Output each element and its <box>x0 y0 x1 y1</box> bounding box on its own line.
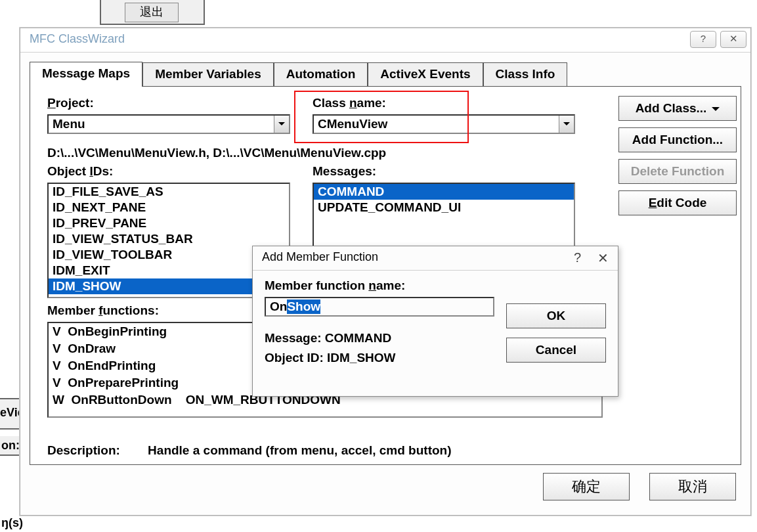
dialog-help-button[interactable]: ? <box>690 31 716 48</box>
description-value: Handle a command (from menu, accel, cmd … <box>148 443 451 457</box>
tab-automation[interactable]: Automation <box>274 62 368 87</box>
modal-cancel-button[interactable]: Cancel <box>506 338 606 363</box>
tab-class-info[interactable]: Class Info <box>483 62 568 87</box>
tab-activex-events[interactable]: ActiveX Events <box>368 62 483 87</box>
dialog-cancel-button[interactable]: 取消 <box>649 473 736 500</box>
modal-ok-button[interactable]: OK <box>506 303 606 328</box>
bg-exit-button[interactable]: 退出 <box>125 3 179 22</box>
add-function-button[interactable]: Add Function... <box>618 127 737 152</box>
project-combo[interactable]: Menu <box>47 114 290 134</box>
add-member-function-dialog: Add Member Function ? ✕ Member function … <box>252 246 618 397</box>
project-label: roject: <box>56 96 94 110</box>
tab-message-maps[interactable]: Message Maps <box>30 62 142 87</box>
modal-help-button[interactable]: ? <box>574 250 581 265</box>
tab-strip: Message Maps Member Variables Automation… <box>30 61 741 86</box>
edit-code-button[interactable]: Edit Code <box>618 190 737 215</box>
member-function-name-input[interactable]: OnShow <box>265 297 494 317</box>
bg-frag-ns: ŋ(s) <box>1 516 23 530</box>
chevron-down-icon[interactable] <box>559 116 574 133</box>
list-item[interactable]: ID_NEXT_PANE <box>49 200 289 215</box>
list-item[interactable]: ID_VIEW_STATUS_BAR <box>49 231 289 247</box>
dialog-close-button[interactable]: ✕ <box>720 31 746 48</box>
modal-close-button[interactable]: ✕ <box>597 250 609 266</box>
list-item[interactable]: ID_FILE_SAVE_AS <box>49 184 289 200</box>
project-combo-value: Menu <box>49 116 274 133</box>
list-item[interactable]: UPDATE_COMMAND_UI <box>314 200 574 215</box>
dialog-titlebar[interactable]: MFC ClassWizard ? ✕ <box>20 28 750 53</box>
bg-frag-on: on: <box>1 439 20 453</box>
list-item[interactable]: ID_PREV_PANE <box>49 215 289 231</box>
chevron-down-icon[interactable] <box>274 116 289 133</box>
dialog-ok-button[interactable]: 确定 <box>543 473 630 500</box>
add-class-button[interactable]: Add Class... <box>618 96 737 121</box>
chevron-down-icon <box>712 107 720 115</box>
classname-combo-value: CMenuView <box>314 116 559 133</box>
delete-function-button[interactable]: Delete Function <box>618 159 737 184</box>
input-selected: Show <box>287 299 320 314</box>
description-label: Description: <box>47 443 120 457</box>
tab-member-variables[interactable]: Member Variables <box>142 62 274 87</box>
classname-combo[interactable]: CMenuView <box>313 114 575 134</box>
modal-title: Add Member Function <box>262 250 378 264</box>
modal-titlebar[interactable]: Add Member Function ? ✕ <box>253 246 618 271</box>
file-path-label: D:\...\VC\Menu\MenuView.h, D:\...\VC\Men… <box>47 146 386 160</box>
input-prefix: On <box>270 299 287 314</box>
dialog-title: MFC ClassWizard <box>30 32 125 46</box>
list-item[interactable]: COMMAND <box>314 184 574 200</box>
